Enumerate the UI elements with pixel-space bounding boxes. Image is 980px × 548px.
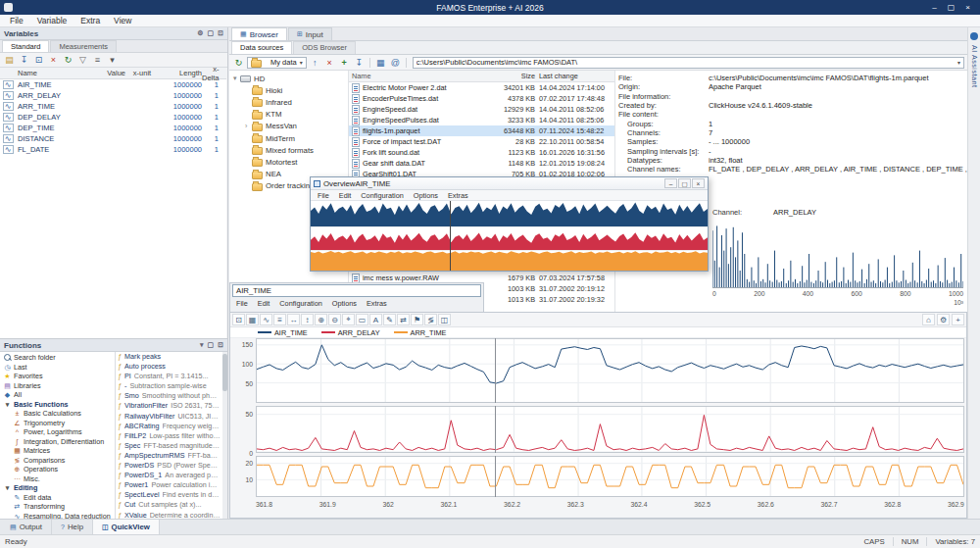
restore-button[interactable]: ▢ — [943, 0, 959, 15]
file-row[interactable]: Electric Motor Power 2.dat 34201 KB 14.0… — [349, 82, 614, 93]
legend-item[interactable]: ARR_TIME — [394, 328, 447, 337]
swap-axes-icon[interactable]: ⇄ — [397, 314, 410, 325]
crosshair-icon[interactable]: ⌖ — [342, 314, 355, 325]
add-icon[interactable]: + — [338, 57, 351, 69]
measure-icon[interactable]: ▭ — [356, 314, 368, 325]
functions-tree-item[interactable]: ⊕ Operations — [0, 465, 115, 474]
air-time-plot[interactable] — [256, 338, 964, 403]
grid-view-icon[interactable]: ▦ — [374, 57, 387, 69]
pin-icon[interactable]: ⊡ — [218, 339, 223, 351]
float-window-icon[interactable]: ▢ — [208, 339, 215, 351]
function-item[interactable]: AmpSpectrumRMS FFT-based magn... — [116, 451, 222, 461]
column-length[interactable]: Length — [159, 69, 202, 77]
menu-item[interactable]: File — [231, 299, 253, 308]
column-name[interactable]: Name — [349, 72, 486, 80]
home-icon[interactable]: ⌂ — [922, 314, 935, 325]
functions-tree-item[interactable]: ∫ Integration, Differentiation — [0, 437, 115, 447]
browser-tab[interactable]: ▦ Browser — [231, 27, 287, 40]
edit-icon[interactable]: ✎ — [383, 314, 396, 325]
bottom-tab[interactable]: ▤ Output — [1, 520, 52, 534]
functions-tree-item[interactable]: ^ Power, Logarithms — [0, 427, 115, 437]
channel-preview-chart[interactable] — [712, 221, 963, 288]
functions-tree-item[interactable]: ▾ Basic Functions — [0, 400, 115, 410]
variable-row[interactable]: DISTANCE 1000000 1 — [0, 133, 226, 144]
function-item[interactable]: - Subtraction sample-wise — [116, 381, 222, 391]
functions-tree-item[interactable]: Search folder — [0, 353, 115, 363]
folder-tree-item[interactable]: Motortest — [229, 156, 348, 168]
folder-tree-item[interactable]: Hioki — [229, 84, 348, 96]
delete-icon[interactable]: × — [47, 54, 60, 66]
refresh-icon[interactable]: ↻ — [232, 57, 245, 69]
variable-row[interactable]: AIR_TIME 1000000 1 — [0, 79, 226, 90]
expand-chevron-icon[interactable]: › — [245, 123, 252, 129]
close-button[interactable]: × — [959, 0, 976, 15]
overview-arr-delay-plot[interactable] — [311, 227, 708, 251]
file-row[interactable]: Force of impact test.DAT 28 KB 22.10.201… — [349, 136, 614, 147]
function-item[interactable]: Power1 Power calculation in one ph... — [116, 480, 222, 490]
file-row[interactable]: flights-1m.parquet 63448 KB 07.11.2024 1… — [349, 125, 614, 136]
menu-item[interactable]: View — [107, 16, 138, 25]
function-item[interactable]: FiltLP2 Low-pass filter without phas... — [116, 431, 222, 441]
at-icon[interactable]: @ — [389, 57, 402, 69]
overview-cursor[interactable] — [450, 201, 451, 271]
functions-tree-item[interactable]: ★ Favorites — [0, 372, 115, 381]
bottom-tab[interactable]: ? Help — [52, 520, 93, 534]
dropdown-icon[interactable]: ▾ — [106, 54, 119, 66]
delete-icon[interactable]: × — [323, 57, 336, 69]
file-row[interactable]: EngineSpeedPulses.dat 3233 KB 14.04.2011… — [349, 115, 614, 125]
restore-button[interactable]: ▢ — [678, 178, 691, 188]
overview-arr-time-plot[interactable] — [311, 251, 708, 271]
copy-icon[interactable]: ⊡ — [32, 54, 45, 66]
variable-row[interactable]: ARR_DELAY 1000000 1 — [0, 90, 226, 101]
function-item[interactable]: PI Constant, PI = 3.1415... — [116, 372, 222, 381]
bottom-tab[interactable]: ◫ QuickView — [93, 520, 160, 534]
chart-cursor[interactable] — [495, 456, 496, 497]
compare-icon[interactable]: ≶ — [424, 314, 437, 325]
pin-icon[interactable]: ⊡ — [218, 27, 223, 39]
filter-icon[interactable]: ▽ — [76, 54, 89, 66]
function-item[interactable]: PowerDS PSD (Power Spectral Dens... — [116, 461, 222, 471]
minimize-button[interactable]: – — [926, 0, 943, 15]
menu-item[interactable]: File — [3, 16, 30, 25]
marker-icon[interactable]: ⚑ — [411, 314, 423, 325]
list-icon[interactable]: ≡ — [273, 314, 286, 325]
menu-item[interactable]: File — [313, 191, 334, 200]
function-item[interactable]: ABCRating Frequency weighting as... — [116, 422, 222, 431]
zoom-v-icon[interactable]: ↕ — [301, 314, 314, 325]
function-item[interactable]: Mark peaks — [116, 352, 222, 362]
view-mode-icon[interactable]: ≡ — [91, 54, 104, 66]
menu-item[interactable]: Extras — [443, 191, 473, 200]
path-input[interactable]: c:\Users\Public\Documents\imc\imc FAMOS\… — [413, 57, 964, 69]
zoom-h-icon[interactable]: ↔ — [287, 314, 300, 325]
arr-delay-plot[interactable] — [256, 406, 964, 453]
close-button[interactable]: × — [692, 178, 705, 188]
variables-tab[interactable]: Measurements — [50, 40, 117, 52]
functions-tree-item[interactable]: ⇄ Transforming — [0, 502, 115, 512]
variables-tab[interactable]: Standard — [2, 40, 49, 52]
functions-scrollbar[interactable] — [222, 352, 227, 519]
zoom-out-icon[interactable]: ⊖ — [328, 314, 341, 325]
save-icon[interactable]: ↧ — [18, 54, 30, 66]
refresh-icon[interactable]: ↻ — [62, 54, 74, 66]
function-item[interactable]: VibrationFilter ISO 2631, 7505, 534... — [116, 401, 222, 411]
folder-tree-item[interactable]: KTM — [229, 109, 348, 121]
column-last-change[interactable]: Last change — [535, 72, 612, 80]
open-icon[interactable]: ▤ — [3, 54, 16, 66]
settings-icon[interactable]: ⚙ — [197, 27, 203, 39]
function-item[interactable]: XValue Determine a coordinate... — [116, 511, 222, 520]
chart-cursor[interactable] — [495, 406, 496, 453]
folder-tree-item[interactable]: Infrared — [229, 96, 348, 108]
menu-item[interactable]: Extras — [362, 299, 392, 308]
menu-item[interactable]: Edit — [334, 191, 357, 200]
legend-item[interactable]: ARR_DELAY — [321, 328, 380, 337]
function-item[interactable]: SpectLevel Find events in data at... — [116, 490, 222, 500]
menu-item[interactable]: Edit — [253, 299, 275, 308]
grid-icon[interactable]: ▦ — [246, 314, 259, 325]
chart-cursor[interactable] — [495, 338, 496, 403]
file-row[interactable]: EncoderPulseTimes.dat 4378 KB 07.02.2017… — [349, 93, 614, 104]
zoom-in-icon[interactable]: ⊕ — [315, 314, 327, 325]
column-value[interactable]: Value — [92, 69, 125, 77]
file-row[interactable]: Gear shift data.DAT 1148 KB 12.01.2015 1… — [349, 158, 614, 169]
curve-window-title-field[interactable]: AIR_TIME — [232, 284, 481, 297]
functions-tree-item[interactable]: ∠ Trigonometry — [0, 419, 115, 428]
